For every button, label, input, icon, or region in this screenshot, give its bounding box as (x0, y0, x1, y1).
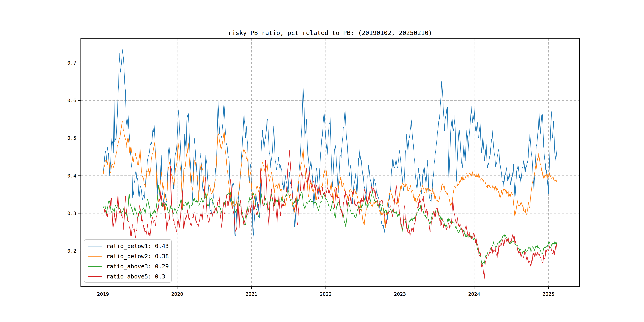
figure: 20192020202120222023202420250.20.30.40.5… (0, 0, 644, 322)
x-tick-label: 2025 (542, 291, 554, 297)
chart-title: risky PB ratio, pct related to PB: (2019… (228, 29, 432, 36)
y-tick-label: 0.5 (68, 135, 76, 141)
y-tick-label: 0.7 (68, 60, 76, 66)
x-tick-label: 2022 (320, 291, 332, 297)
x-tick-label: 2020 (171, 291, 183, 297)
legend: ratio_below1: 0.43ratio_below2: 0.38rati… (84, 240, 172, 282)
legend-label: ratio_below1: 0.43 (106, 243, 169, 250)
y-tick-label: 0.2 (68, 248, 76, 254)
x-tick-label: 2021 (246, 291, 258, 297)
y-tick-label: 0.3 (68, 210, 76, 216)
legend-label: ratio_above5: 0.3 (106, 273, 165, 280)
legend-label: ratio_above3: 0.29 (106, 263, 169, 270)
y-tick-label: 0.4 (68, 173, 76, 179)
series-line-ratio_below2 (103, 121, 557, 228)
x-tick-label: 2023 (394, 291, 406, 297)
chart-canvas: 20192020202120222023202420250.20.30.40.5… (0, 0, 644, 322)
x-tick-label: 2024 (468, 291, 480, 297)
x-tick-label: 2019 (97, 291, 109, 297)
legend-label: ratio_below2: 0.38 (106, 253, 169, 260)
y-tick-label: 0.6 (68, 98, 76, 103)
